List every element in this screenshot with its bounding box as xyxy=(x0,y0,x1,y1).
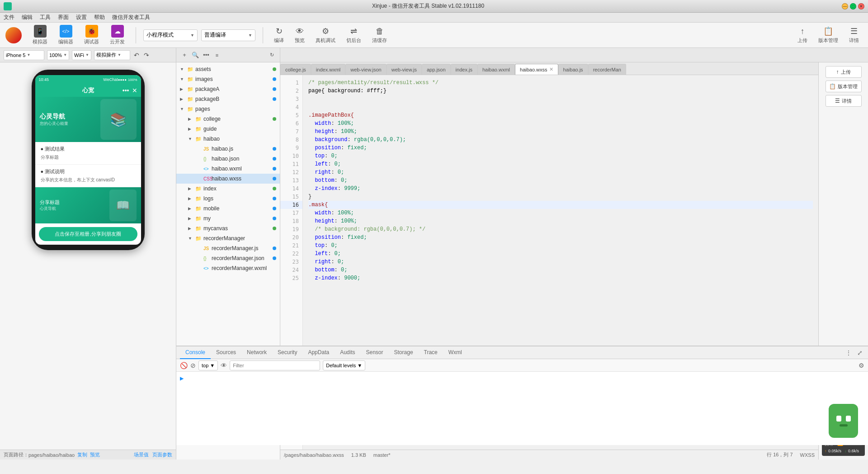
phone-banner: 心灵导航 您的心灵心能量 📚 xyxy=(35,97,141,142)
editor-tab-college-js[interactable]: college.js xyxy=(280,64,311,75)
maximize-button[interactable]: □ xyxy=(850,3,856,9)
tree-item-haibao[interactable]: ▼📁haibao xyxy=(176,134,280,144)
compile-button[interactable]: ↻ 编译 xyxy=(270,24,288,46)
menu-file[interactable]: 文件 xyxy=(4,14,14,21)
debug-tab-storage[interactable]: Storage xyxy=(389,346,419,359)
switch-btn[interactable]: ⇌ 切后台 xyxy=(343,24,365,46)
cloud-btn[interactable]: ☁ 云开发 xyxy=(106,23,128,47)
device-type-label: iPhone 5 xyxy=(6,52,25,58)
tree-item-mobile[interactable]: ▶📁mobile xyxy=(176,204,280,213)
debug-tab-audits[interactable]: Audits xyxy=(335,346,360,359)
tree-item-packageB[interactable]: ▶📁packageB xyxy=(176,94,280,104)
mascot-body xyxy=(829,404,858,438)
preview-button[interactable]: 👁 预览 xyxy=(291,25,308,46)
tree-file-name: guide xyxy=(203,126,276,132)
operation-select[interactable]: 模拟操作 ▼ xyxy=(94,50,130,60)
tree-item-my[interactable]: ▶📁my xyxy=(176,213,280,223)
collapse-all-btn[interactable]: ≡ xyxy=(212,51,222,60)
editor-tab-web-view-json[interactable]: web-view.json xyxy=(345,64,386,75)
upload-button[interactable]: ↑ 上传 xyxy=(794,25,811,46)
page-params-label[interactable]: 页面参数 xyxy=(152,451,172,458)
menu-tools[interactable]: 工具 xyxy=(40,14,51,21)
editor-tab-index-wxml[interactable]: index.wxml xyxy=(311,64,345,75)
network-select[interactable]: WiFi ▼ xyxy=(72,50,91,60)
editor-btn[interactable]: </> 编辑器 xyxy=(55,23,77,47)
tree-item-logs[interactable]: ▶📁logs xyxy=(176,194,280,204)
tree-expand-arrow: ▼ xyxy=(188,137,193,141)
compile-mode-select[interactable]: 普通编译 ▼ xyxy=(201,29,255,41)
editor-tab-app-json[interactable]: app.json xyxy=(422,64,451,75)
line-number-19: 19 xyxy=(280,225,302,233)
upload-right-btn[interactable]: ↑ 上传 xyxy=(826,66,862,78)
refresh-btn[interactable]: ↻ xyxy=(267,51,276,60)
close-tab-btn[interactable]: ✕ xyxy=(549,66,553,72)
simulator-btn[interactable]: 📱 模拟器 xyxy=(29,23,51,47)
tree-item-haibao-wxml[interactable]: <>haibao.wxml xyxy=(176,164,280,174)
menu-edit[interactable]: 编辑 xyxy=(22,14,33,21)
tree-item-mycanvas[interactable]: ▶📁mycanvas xyxy=(176,223,280,233)
tree-item-recorderManager-js[interactable]: JSrecorderManager.js xyxy=(176,243,280,253)
copy-btn[interactable]: 复制 xyxy=(77,451,87,458)
debug-tab-appdata[interactable]: AppData xyxy=(302,346,335,359)
clear-btn[interactable]: 🗑 清缓存 xyxy=(368,25,391,46)
tree-item-recorderManager-json[interactable]: {}recorderManager.json xyxy=(176,253,280,263)
editor-tab-haibao-wxml[interactable]: haibao.wxml xyxy=(477,64,515,75)
search-file-btn[interactable]: 🔍 xyxy=(191,51,200,60)
rotate-left-btn[interactable]: ↶ xyxy=(133,51,140,60)
tree-item-assets[interactable]: ▼📁assets xyxy=(176,64,280,74)
debug-tab-wxml[interactable]: Wxml xyxy=(443,346,467,359)
tree-item-packageA[interactable]: ▶📁packageA xyxy=(176,84,280,94)
menu-help[interactable]: 帮助 xyxy=(94,14,105,21)
menu-settings[interactable]: 设置 xyxy=(76,14,87,21)
user-avatar[interactable] xyxy=(5,27,22,43)
debugger-btn[interactable]: 🐞 调试器 xyxy=(80,23,103,47)
tree-item-college[interactable]: ▶📁college xyxy=(176,114,280,124)
device-panel: 10:45 WeChat ●●●● 100% 心宽 ••• ✕ xyxy=(0,62,176,460)
editor-tab-haibao-wxss[interactable]: haibao.wxss✕ xyxy=(515,64,558,75)
rotate-right-btn[interactable]: ↷ xyxy=(143,51,150,60)
real-machine-button[interactable]: ⚙ 真机调试 xyxy=(312,24,339,46)
mode-select[interactable]: 小程序模式 ▼ xyxy=(143,29,198,41)
levels-select[interactable]: Default levels ▼ xyxy=(323,360,365,370)
tree-file-icon: 📁 xyxy=(195,126,202,132)
tree-item-guide[interactable]: ▶📁guide xyxy=(176,124,280,134)
tree-item-recorderManager[interactable]: ▼📁recorderManager xyxy=(176,233,280,243)
editor-tab-index-js[interactable]: index.js xyxy=(451,64,477,75)
menu-interface[interactable]: 界面 xyxy=(58,14,69,21)
scale-select[interactable]: 100% ▼ xyxy=(47,50,69,60)
more-btn[interactable]: ••• xyxy=(202,51,211,60)
detail-btn[interactable]: ☰ 详情 xyxy=(845,24,863,46)
editor-debugger-area: college.jsindex.wxmlweb-view.jsonweb-vie… xyxy=(280,62,818,460)
filter-input[interactable] xyxy=(280,360,320,370)
phone-title-icons: ••• ✕ xyxy=(123,87,137,94)
new-file-btn[interactable]: + xyxy=(180,51,189,60)
editor-tab-haibao-js[interactable]: haibao.js xyxy=(558,64,588,75)
tree-item-haibao-js[interactable]: JShaibao.js xyxy=(176,144,280,154)
debug-tab-sensor[interactable]: Sensor xyxy=(361,346,389,359)
device-type-select[interactable]: iPhone 5 ▼ xyxy=(4,50,44,60)
minimize-button[interactable]: — xyxy=(842,3,848,9)
console-prompt[interactable]: ▶ xyxy=(280,374,818,382)
tree-file-icon: 📁 xyxy=(187,96,193,102)
tree-expand-arrow: ▼ xyxy=(188,236,193,241)
save-to-album-btn[interactable]: 点击保存至相册,分享到朋友圈 xyxy=(39,227,137,241)
version-right-btn[interactable]: 📋 版本管理 xyxy=(826,81,862,92)
tree-item-recorderManager-wxml[interactable]: <>recorderManager.wxml xyxy=(176,263,280,273)
debug-tab-security[interactable]: Security xyxy=(280,346,302,359)
version-btn[interactable]: 📋 版本管理 xyxy=(815,24,842,46)
tree-item-haibao-json[interactable]: {}haibao.json xyxy=(176,154,280,164)
tree-file-icon: JS xyxy=(203,146,210,152)
code-line-4 xyxy=(308,103,813,111)
menu-wechat-tools[interactable]: 微信开发者工具 xyxy=(112,14,150,21)
tree-item-haibao-wxss[interactable]: CSShaibao.wxss xyxy=(176,174,280,184)
tree-item-images[interactable]: ▼📁images xyxy=(176,74,280,84)
editor-tab-web-view-js[interactable]: web-view.js xyxy=(387,64,422,75)
scene-value-label[interactable]: 场景值 xyxy=(134,451,149,458)
editor-tab-recorderMan[interactable]: recorderMan xyxy=(588,64,626,75)
close-button[interactable]: ✕ xyxy=(858,3,864,9)
debug-tab-trace[interactable]: Trace xyxy=(419,346,443,359)
tree-item-index[interactable]: ▶📁index xyxy=(176,184,280,194)
preview-path-btn[interactable]: 预览 xyxy=(90,451,100,458)
tree-item-pages[interactable]: ▼📁pages xyxy=(176,104,280,114)
detail-right-btn[interactable]: ☰ 详情 xyxy=(826,95,862,107)
